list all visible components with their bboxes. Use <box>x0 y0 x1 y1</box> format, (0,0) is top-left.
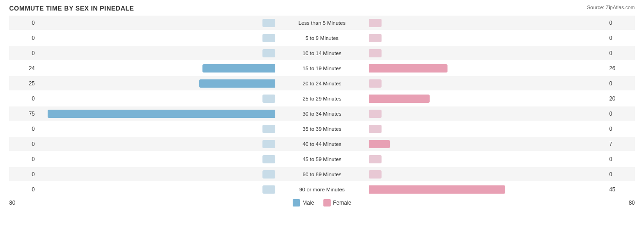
chart-title: COMMUTE TIME BY SEX IN PINEDALE <box>9 5 134 12</box>
male-bar-wrap <box>37 18 276 28</box>
chart-row: 75 30 to 34 Minutes 0 <box>9 106 635 121</box>
right-value: 0 <box>607 50 635 56</box>
male-bar-wrap <box>37 94 276 103</box>
male-zero-bar <box>262 49 275 57</box>
row-label: 90 or more Minutes <box>276 187 368 192</box>
chart-row: 0 Less than 5 Minutes 0 <box>9 16 635 30</box>
bars-container: 35 to 39 Minutes <box>37 122 607 136</box>
bars-container: 10 to 14 Minutes <box>37 46 607 60</box>
left-value: 0 <box>9 126 37 132</box>
right-value: 0 <box>607 35 635 41</box>
male-bar <box>202 64 275 73</box>
chart-row: 0 90 or more Minutes 45 <box>9 182 635 196</box>
right-value: 0 <box>607 80 635 87</box>
right-value: 20 <box>607 95 635 102</box>
source-text: Source: ZipAtlas.com <box>587 5 635 10</box>
row-label: Less than 5 Minutes <box>276 20 368 26</box>
female-bar-wrap <box>368 33 607 43</box>
right-value: 0 <box>607 111 635 117</box>
row-label: 35 to 39 Minutes <box>276 126 368 132</box>
chart-row: 0 5 to 9 Minutes 0 <box>9 31 635 45</box>
male-zero-bar <box>262 95 275 103</box>
male-zero-bar <box>262 185 275 194</box>
male-zero-bar <box>262 140 275 148</box>
bars-container: 60 to 89 Minutes <box>37 167 607 181</box>
chart-row: 0 10 to 14 Minutes 0 <box>9 46 635 60</box>
left-value: 0 <box>9 35 37 41</box>
bars-container: 15 to 19 Minutes <box>37 61 607 75</box>
female-zero-bar <box>369 155 382 163</box>
right-value: 0 <box>607 20 635 26</box>
male-bar-wrap <box>37 140 276 149</box>
female-bar <box>369 185 505 194</box>
chart-row: 0 40 to 44 Minutes 7 <box>9 137 635 151</box>
left-value: 0 <box>9 156 37 162</box>
female-bar-wrap <box>368 109 607 118</box>
left-value: 0 <box>9 186 37 193</box>
female-legend-label: Female <box>333 200 351 206</box>
left-value: 0 <box>9 141 37 147</box>
bars-container: 45 to 59 Minutes <box>37 152 607 166</box>
female-zero-bar <box>369 34 382 42</box>
female-zero-bar <box>369 49 382 57</box>
bars-container: Less than 5 Minutes <box>37 16 607 30</box>
female-bar-wrap <box>368 140 607 149</box>
male-bar-wrap <box>37 170 276 179</box>
right-value: 0 <box>607 126 635 132</box>
bars-container: 5 to 9 Minutes <box>37 31 607 45</box>
female-bar <box>369 140 390 148</box>
left-value: 25 <box>9 80 37 87</box>
row-label: 45 to 59 Minutes <box>276 156 368 162</box>
chart-row: 0 25 to 29 Minutes 20 <box>9 91 635 106</box>
female-zero-bar <box>369 110 382 118</box>
male-bar-wrap <box>37 109 276 118</box>
male-bar-wrap <box>37 64 276 73</box>
female-bar-wrap <box>368 94 607 103</box>
right-value: 26 <box>607 65 635 72</box>
female-bar-wrap <box>368 79 607 88</box>
male-legend-label: Male <box>302 200 314 206</box>
row-label: 30 to 34 Minutes <box>276 111 368 117</box>
male-bar-wrap <box>37 155 276 164</box>
bars-container: 90 or more Minutes <box>37 182 607 196</box>
chart-row: 25 20 to 24 Minutes 0 <box>9 76 635 90</box>
male-bar-wrap <box>37 49 276 58</box>
male-bar <box>199 79 275 88</box>
male-zero-bar <box>262 155 275 163</box>
male-zero-bar <box>262 125 275 133</box>
female-bar <box>369 95 430 103</box>
male-bar-wrap <box>37 33 276 43</box>
male-zero-bar <box>262 34 275 42</box>
bottom-right-value: 80 <box>607 200 635 206</box>
female-zero-bar <box>369 170 382 179</box>
left-value: 0 <box>9 50 37 56</box>
row-label: 25 to 29 Minutes <box>276 96 368 101</box>
female-bar-wrap <box>368 185 607 194</box>
female-bar-wrap <box>368 170 607 179</box>
chart-area: 0 Less than 5 Minutes 0 0 5 to 9 Minutes… <box>9 16 635 196</box>
row-label: 10 to 14 Minutes <box>276 50 368 56</box>
bars-container: 30 to 34 Minutes <box>37 106 607 121</box>
female-zero-bar <box>369 79 382 88</box>
row-label: 15 to 19 Minutes <box>276 66 368 71</box>
left-value: 24 <box>9 65 37 72</box>
row-label: 5 to 9 Minutes <box>276 35 368 41</box>
female-bar-wrap <box>368 124 607 134</box>
male-legend-box <box>293 199 300 207</box>
female-bar-wrap <box>368 49 607 58</box>
female-legend-box <box>323 199 331 207</box>
left-value: 75 <box>9 111 37 117</box>
bars-container: 20 to 24 Minutes <box>37 76 607 90</box>
male-zero-bar <box>262 19 275 27</box>
legend-female: Female <box>323 199 351 207</box>
female-bar-wrap <box>368 18 607 28</box>
female-bar-wrap <box>368 155 607 164</box>
female-zero-bar <box>369 19 382 27</box>
row-label: 60 to 89 Minutes <box>276 172 368 177</box>
female-bar <box>369 64 448 73</box>
male-bar <box>48 110 275 118</box>
chart-row: 0 45 to 59 Minutes 0 <box>9 152 635 166</box>
legend-male: Male <box>293 199 314 207</box>
female-zero-bar <box>369 125 382 133</box>
male-bar-wrap <box>37 185 276 194</box>
